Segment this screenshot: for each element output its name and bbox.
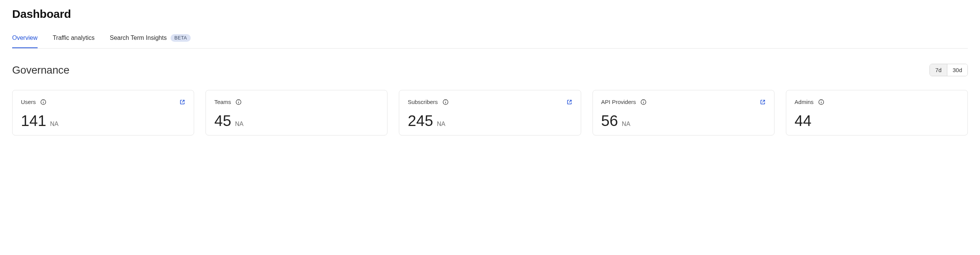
svg-point-5 [239, 100, 239, 101]
svg-point-2 [43, 100, 43, 101]
svg-point-11 [643, 100, 644, 101]
range-30d[interactable]: 30d [947, 64, 967, 76]
external-link-icon[interactable] [760, 99, 766, 105]
card-subscribers-value: 245 [407, 113, 433, 128]
governance-cards: Users 141 NA Teams [12, 90, 968, 135]
card-subscribers-sub: NA [437, 121, 445, 128]
tab-search-term-insights-label: Search Term Insights [110, 35, 167, 41]
external-link-icon[interactable] [179, 99, 185, 105]
card-users-sub: NA [50, 121, 59, 128]
range-7d[interactable]: 7d [930, 64, 947, 76]
tab-traffic-analytics[interactable]: Traffic analytics [53, 33, 95, 48]
info-icon[interactable] [640, 99, 646, 105]
tab-overview[interactable]: Overview [12, 33, 38, 48]
card-admins: Admins 44 [786, 90, 968, 135]
card-teams-label: Teams [214, 99, 231, 105]
card-api-providers: API Providers 56 NA [593, 90, 775, 135]
tab-traffic-analytics-label: Traffic analytics [53, 35, 95, 41]
tab-overview-label: Overview [12, 35, 38, 41]
external-link-icon[interactable] [566, 99, 573, 105]
info-icon[interactable] [40, 99, 46, 105]
svg-point-8 [445, 100, 445, 101]
tabs: Overview Traffic analytics Search Term I… [12, 33, 968, 49]
info-icon[interactable] [442, 99, 449, 105]
card-subscribers: Subscribers 245 NA [399, 90, 581, 135]
card-users: Users 141 NA [12, 90, 194, 135]
card-teams: Teams 45 NA [205, 90, 387, 135]
card-api-providers-value: 56 [601, 113, 618, 128]
card-users-label: Users [21, 99, 36, 105]
card-teams-sub: NA [235, 121, 243, 128]
beta-badge: BETA [170, 34, 191, 42]
tab-search-term-insights[interactable]: Search Term Insights BETA [110, 33, 191, 49]
card-admins-label: Admins [795, 99, 814, 105]
card-subscribers-label: Subscribers [407, 99, 438, 105]
card-api-providers-label: API Providers [601, 99, 636, 105]
svg-point-14 [821, 100, 821, 101]
info-icon[interactable] [235, 99, 242, 105]
section-title-governance: Governance [12, 64, 70, 76]
page-title: Dashboard [12, 8, 968, 21]
card-api-providers-sub: NA [622, 121, 630, 128]
card-users-value: 141 [21, 113, 46, 128]
info-icon[interactable] [818, 99, 824, 105]
time-range-toggle: 7d 30d [929, 64, 968, 76]
card-admins-value: 44 [795, 113, 812, 128]
card-teams-value: 45 [214, 113, 231, 128]
